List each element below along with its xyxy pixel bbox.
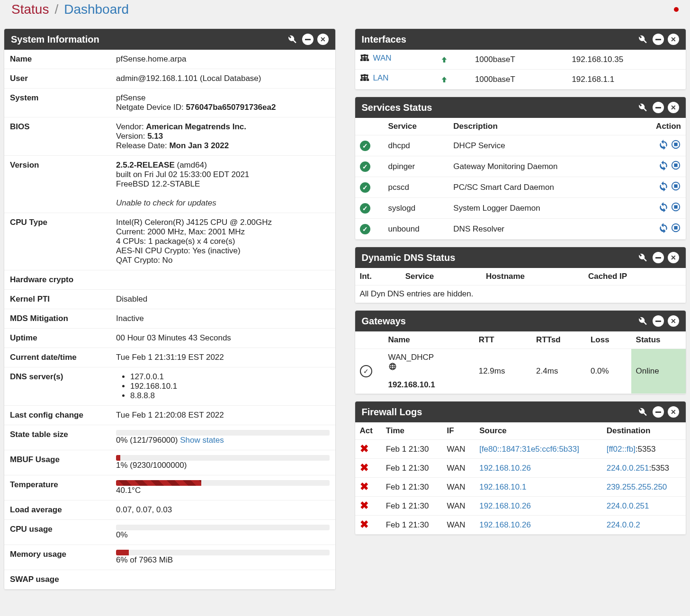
label-cpu: CPU Type (4, 213, 110, 270)
temp-progress-bar (116, 480, 201, 486)
breadcrumb: Status / Dashboard (0, 0, 690, 25)
fw-dest-link[interactable]: 224.0.0.2 (607, 520, 640, 529)
service-desc: DHCP Service (448, 135, 630, 156)
dyndns-header-int: Int. (355, 268, 401, 286)
close-icon[interactable] (668, 34, 679, 45)
fw-dest-link[interactable]: 239.255.255.250 (607, 482, 667, 491)
restart-icon[interactable] (658, 223, 669, 233)
minimize-icon[interactable] (653, 252, 664, 263)
status-ok-icon (360, 224, 370, 234)
value-cpu: Intel(R) Celeron(R) J4125 CPU @ 2.00GHz … (110, 213, 335, 270)
minimize-icon[interactable] (653, 315, 664, 327)
gw-header-status: Status (631, 331, 686, 349)
fw-dest-link[interactable]: 224.0.0.251 (607, 501, 649, 510)
value-mem: 6% of 7963 MiB (110, 545, 335, 570)
fw-dest-port: :5353 (636, 445, 656, 454)
label-mbuf: MBUF Usage (4, 450, 110, 475)
value-pti: Disabled (110, 290, 335, 309)
restart-icon[interactable] (658, 139, 669, 150)
fw-dest-link[interactable]: 224.0.0.251 (607, 464, 649, 473)
globe-icon (388, 362, 469, 371)
firewall-log-row: ✖Feb 1 21:30WAN192.168.10.26224.0.0.251:… (355, 459, 686, 478)
value-version: 2.5.2-RELEASE (amd64) built on Fri Jul 0… (110, 156, 335, 213)
restart-icon[interactable] (658, 160, 669, 170)
interface-row: WAN1000baseT 192.168.10.35 (355, 50, 686, 70)
label-pti: Kernel PTI (4, 290, 110, 309)
fw-source-link[interactable]: 192.168.10.26 (479, 464, 531, 473)
dns-entry: 8.8.8.8 (130, 391, 330, 401)
service-desc: Gateway Monitoring Daemon (448, 156, 630, 177)
interfaces-panel: Interfaces WAN1000baseT 192.168.10.35LAN… (355, 28, 687, 90)
value-temp: 40.1°C (110, 475, 335, 500)
fw-source-link[interactable]: 192.168.10.1 (479, 482, 526, 491)
block-icon: ✖ (360, 518, 368, 530)
close-icon[interactable] (668, 102, 679, 113)
stop-icon[interactable] (671, 223, 681, 233)
fw-dest-link[interactable]: [ff02::fb] (607, 445, 636, 454)
dns-entry: 192.168.10.1 (130, 382, 330, 391)
breadcrumb-dashboard[interactable]: Dashboard (64, 2, 129, 17)
restart-icon[interactable] (658, 181, 669, 191)
gw-header-name: Name (384, 331, 474, 349)
minimize-icon[interactable] (653, 34, 664, 45)
fw-if: WAN (442, 478, 475, 497)
stop-icon[interactable] (671, 160, 681, 170)
value-cpuusage: 0% (110, 520, 335, 545)
close-icon[interactable] (317, 34, 329, 45)
label-swap: SWAP usage (4, 570, 110, 589)
status-ok-icon (360, 182, 370, 193)
system-information-panel: System Information Name pfSense.home.arp… (4, 28, 336, 590)
label-mds: MDS Mitigation (4, 309, 110, 329)
close-icon[interactable] (668, 406, 679, 418)
minimize-icon[interactable] (302, 34, 314, 45)
close-icon[interactable] (668, 252, 679, 263)
wrench-icon[interactable] (638, 35, 648, 44)
minimize-icon[interactable] (653, 406, 664, 418)
wrench-icon[interactable] (638, 407, 648, 417)
value-mbuf: 1% (9230/1000000) (110, 450, 335, 475)
panel-title: System Information (11, 34, 288, 45)
dyndns-empty: All Dyn DNS entries are hidden. (355, 286, 686, 303)
label-name: Name (4, 50, 110, 69)
services-header-action: Action (630, 118, 686, 135)
notification-dot-icon[interactable] (674, 7, 679, 12)
wrench-icon[interactable] (638, 253, 648, 262)
fw-source-link[interactable]: [fe80::1847:31e5:ccf6:5b33] (479, 445, 579, 454)
panel-title: Interfaces (362, 34, 639, 45)
restart-icon[interactable] (658, 202, 669, 212)
mbuf-progress-bar (116, 455, 120, 461)
label-version: Version (4, 156, 110, 213)
gw-rtt: 12.9ms (474, 349, 531, 394)
fw-source-link[interactable]: 192.168.10.26 (479, 520, 531, 529)
stop-icon[interactable] (671, 139, 681, 150)
gw-header-loss: Loss (586, 331, 631, 349)
minimize-icon[interactable] (653, 102, 664, 113)
block-icon: ✖ (360, 481, 368, 492)
wrench-icon[interactable] (638, 316, 648, 326)
block-icon: ✖ (360, 462, 368, 473)
stop-icon[interactable] (671, 202, 681, 212)
close-icon[interactable] (668, 315, 679, 327)
label-user: User (4, 69, 110, 89)
wrench-icon[interactable] (638, 103, 648, 112)
fw-header-time: Time (381, 422, 442, 440)
fw-source-link[interactable]: 192.168.10.26 (479, 501, 531, 510)
gw-status: Online (631, 349, 686, 394)
service-row: syslogdSystem Logger Daemon (355, 198, 686, 219)
stop-icon[interactable] (671, 181, 681, 191)
services-header-desc: Description (448, 118, 630, 135)
label-datetime: Current date/time (4, 348, 110, 367)
gw-rttsd: 2.4ms (531, 349, 586, 394)
fw-header-if: IF (442, 422, 475, 440)
service-row: unboundDNS Resolver (355, 219, 686, 240)
fw-header-act: Act (355, 422, 381, 440)
interface-link[interactable]: LAN (373, 73, 389, 83)
interface-link[interactable]: WAN (373, 54, 392, 63)
firewall-logs-panel: Firewall Logs Act Time IF Source Destina… (355, 401, 687, 535)
label-lastcfg: Last config change (4, 406, 110, 425)
show-states-link[interactable]: Show states (180, 436, 224, 445)
gw-header-rttsd: RTTsd (531, 331, 586, 349)
label-dns: DNS server(s) (4, 367, 110, 406)
wrench-icon[interactable] (288, 35, 297, 44)
fw-if: WAN (442, 440, 475, 459)
